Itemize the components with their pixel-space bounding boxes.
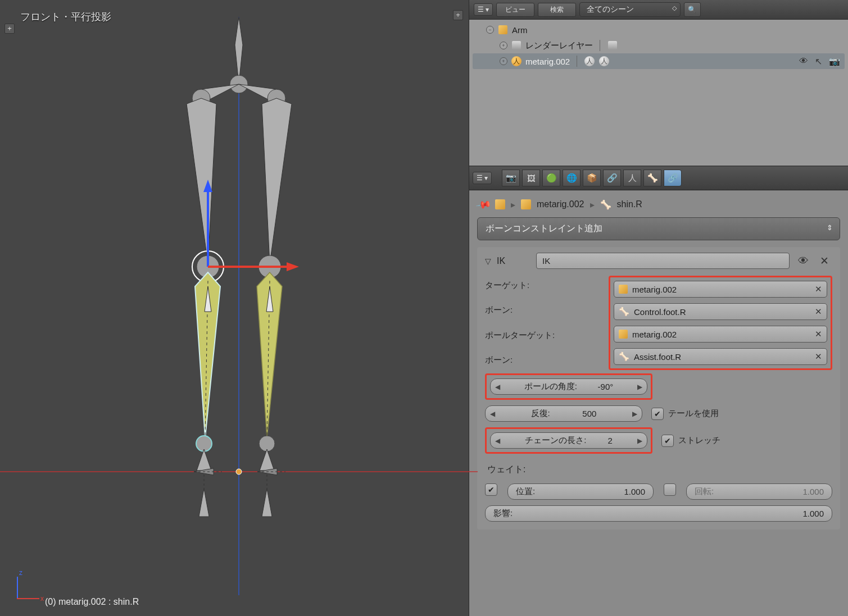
tree-label: metarig.002 — [525, 57, 570, 66]
pole-bone-field[interactable]: 🦴 Assist.foot.R ✕ — [614, 348, 827, 365]
svg-marker-16 — [287, 262, 299, 271]
layers-icon — [608, 41, 617, 50]
use-tail-label: テールを使用 — [668, 408, 719, 419]
tab-render-layers[interactable]: 🖼 — [522, 170, 540, 186]
plus-icon[interactable]: + — [500, 42, 507, 49]
tree-row-scene[interactable]: − Arm — [473, 22, 845, 38]
bone-icon: 🦴 — [619, 307, 629, 317]
tab-object[interactable]: 📦 — [583, 170, 601, 186]
plus-icon[interactable]: + — [500, 57, 507, 65]
tab-world[interactable]: 🌐 — [563, 170, 581, 186]
influence-field[interactable]: 影響: 1.000 — [485, 505, 832, 522]
outliner-header: ☰ ▾ ビュー 検索 全てのシーン 🔍 — [469, 0, 848, 20]
pole-angle-field[interactable]: ◀ ポールの角度: -90° ▶ — [490, 378, 647, 395]
bone-icon: 🦴 — [619, 352, 629, 362]
target-field[interactable]: metarig.002 ✕ — [614, 281, 827, 298]
svg-point-27 — [236, 469, 242, 474]
use-tail-checkbox[interactable] — [651, 408, 664, 420]
bone-icon: 🦴 — [600, 199, 611, 210]
clear-icon[interactable]: ✕ — [815, 307, 822, 317]
svg-marker-8 — [187, 98, 216, 264]
chain-length-field[interactable]: ◀ チェーンの長さ: 2 ▶ — [490, 432, 647, 449]
svg-marker-32 — [199, 489, 209, 517]
properties-body: 📌 ▸ metarig.002 ▸ 🦴 shin.R ボーンコンストレイント追加… — [469, 190, 848, 616]
chevron-right-icon[interactable]: ▶ — [637, 437, 642, 445]
chevron-right-icon: ▸ — [590, 199, 595, 210]
weight-heading: ウェイト: — [487, 464, 832, 476]
tab-armature-data[interactable]: 人 — [623, 170, 641, 186]
tree-row-render-layers[interactable]: + レンダーレイヤー — [473, 38, 845, 53]
object-icon — [619, 330, 628, 339]
chevron-right-icon[interactable]: ▶ — [632, 410, 637, 418]
tab-scene[interactable]: 🟢 — [542, 170, 560, 186]
armature-icon: 人 — [511, 56, 522, 66]
breadcrumb-object[interactable]: metarig.002 — [537, 199, 584, 209]
camera-icon[interactable]: 📷 — [829, 56, 840, 67]
tab-render[interactable]: 📷 — [502, 170, 520, 186]
bone-target-field[interactable]: 🦴 Control.foot.R ✕ — [614, 303, 827, 320]
tree-label: レンダーレイヤー — [525, 40, 593, 51]
position-weight-field[interactable]: 位置: 1.000 — [507, 483, 654, 500]
constraint-name-input[interactable] — [536, 253, 790, 269]
pole-bone-label: ボーン: — [485, 355, 603, 366]
target-label: ターゲット: — [485, 280, 603, 291]
breadcrumb: 📌 ▸ metarig.002 ▸ 🦴 shin.R — [477, 198, 840, 211]
armature-pose-icon: 人 — [584, 56, 595, 66]
tab-constraints[interactable]: 🔗 — [603, 170, 621, 186]
rotation-weight-field[interactable]: 回転: 1.000 — [686, 483, 832, 500]
properties-header: ☰ ▾ 📷 🖼 🟢 🌐 📦 🔗 人 🦴 🔗 — [469, 166, 848, 190]
object-icon — [521, 199, 531, 209]
tree-label: Arm — [512, 25, 528, 35]
svg-marker-26 — [260, 449, 274, 471]
scene-icon — [495, 199, 505, 209]
clear-icon[interactable]: ✕ — [815, 329, 822, 339]
layers-icon — [512, 41, 521, 50]
iterations-field[interactable]: ◀ 反復: 500 ▶ — [485, 405, 642, 422]
chevron-left-icon[interactable]: ◀ — [495, 437, 500, 445]
viewport-3d[interactable]: フロント・平行投影 + + — [0, 0, 469, 616]
outliner-menu-view[interactable]: ビュー — [496, 3, 534, 17]
pole-target-label: ポールターゲット: — [485, 330, 603, 341]
armature-data-icon: 人 — [599, 56, 609, 66]
clear-icon[interactable]: ✕ — [815, 352, 822, 362]
object-icon — [619, 285, 628, 294]
stretch-label: ストレッチ — [678, 435, 720, 446]
svg-marker-33 — [262, 489, 272, 517]
pole-target-field[interactable]: metarig.002 ✕ — [614, 326, 827, 343]
rotation-weight-checkbox[interactable] — [664, 483, 676, 496]
constraint-panel-ik: ▽ IK 👁 ✕ ターゲット: metarig.002 ✕ — [477, 247, 840, 530]
chevron-right-icon: ▸ — [511, 199, 515, 210]
outliner-menu-search[interactable]: 検索 — [538, 3, 576, 17]
armature-render — [0, 0, 478, 595]
breadcrumb-bone[interactable]: shin.R — [617, 199, 642, 209]
cursor-icon[interactable]: ↖ — [815, 56, 822, 67]
clear-icon[interactable]: ✕ — [815, 284, 822, 294]
chevron-left-icon[interactable]: ◀ — [490, 410, 495, 418]
stretch-checkbox[interactable] — [661, 435, 674, 447]
chevron-right-icon[interactable]: ▶ — [637, 383, 642, 391]
bone-label: ボーン: — [485, 305, 603, 316]
close-icon[interactable]: ✕ — [817, 253, 832, 269]
add-bone-constraint-dropdown[interactable]: ボーンコンストレイント追加 — [477, 217, 840, 240]
svg-marker-9 — [262, 98, 292, 264]
position-weight-checkbox[interactable] — [485, 483, 497, 496]
svg-marker-25 — [197, 449, 211, 471]
outliner-scope-dropdown[interactable]: 全てのシーン — [579, 2, 681, 17]
outliner-tree[interactable]: − Arm + レンダーレイヤー + 人 metarig.002 人 人 👁 — [469, 20, 848, 166]
tree-row-armature[interactable]: + 人 metarig.002 人 人 👁 ↖ 📷 — [473, 53, 845, 69]
eye-icon[interactable]: 👁 — [799, 56, 808, 66]
scene-icon — [498, 25, 507, 34]
minus-icon[interactable]: − — [486, 26, 494, 34]
search-icon[interactable]: 🔍 — [684, 2, 701, 17]
viewport-status: (0) metarig.002 : shin.R — [45, 597, 139, 607]
chevron-left-icon[interactable]: ◀ — [495, 383, 500, 391]
eye-icon[interactable]: 👁 — [795, 253, 811, 269]
collapse-toggle[interactable]: ▽ — [485, 257, 491, 266]
constraint-type-label: IK — [497, 256, 530, 266]
tab-bone[interactable]: 🦴 — [643, 170, 661, 186]
tab-bone-constraints[interactable]: 🔗 — [664, 170, 682, 186]
svg-marker-2 — [235, 17, 243, 84]
